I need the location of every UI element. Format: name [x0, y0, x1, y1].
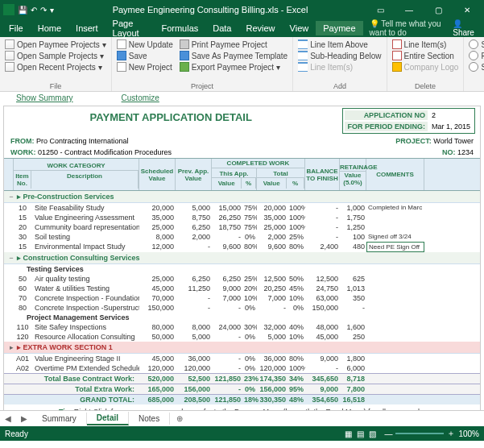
table-row[interactable]: 120Resource Allocation Consulting 50,000…	[4, 332, 480, 342]
title-bar: 💾 ↶ ↷ ▾ Paymee Engineering Consulting Bi…	[0, 0, 484, 19]
add-sub-below[interactable]: Sub-Heading Below	[298, 50, 381, 61]
application-info-box: APPLICATION NO2 FOR PERIOD ENDING:Mar 1,…	[342, 108, 475, 134]
window-title: Paymee Engineering Consulting Billing.xl…	[54, 5, 366, 15]
line-icon	[298, 62, 308, 72]
tab-detail[interactable]: Detail	[87, 412, 129, 425]
tell-me[interactable]: 💡 Tell me what you want to do	[363, 19, 447, 37]
expand-icon[interactable]: −	[7, 254, 15, 262]
ribbon-options-icon[interactable]: ▭	[366, 2, 394, 18]
gear-icon	[469, 39, 478, 49]
total-row: GRAND TOTAL: 685,000208,500 121,85018% 3…	[4, 394, 480, 404]
show-summary-chart[interactable]: Show Summary Chart	[469, 61, 484, 73]
qat-redo-icon[interactable]: ↷	[40, 6, 47, 15]
tab-insert[interactable]: Insert	[68, 21, 105, 35]
table-row[interactable]: 20Cummunity board representation 25,0006…	[4, 222, 480, 232]
total-row: Total Extra Work: 165,000156,000 -0% 156…	[4, 384, 480, 394]
app-no-value: 2	[429, 110, 473, 120]
view-normal-icon[interactable]: ▦	[345, 429, 352, 438]
subsection-header: Testing Services	[4, 264, 480, 274]
tab-notes[interactable]: Notes	[129, 413, 170, 425]
setup-options[interactable]: Setup and Options	[469, 39, 484, 50]
work-value: 01250 - Contract Modification Procedures	[38, 148, 172, 156]
tab-review[interactable]: Review	[239, 21, 283, 35]
tab-paymee[interactable]: Paymee	[316, 21, 362, 35]
section-header[interactable]: −▸ Construction Consulting Services	[4, 252, 480, 264]
tab-home[interactable]: Home	[31, 21, 68, 35]
delete-icon	[392, 51, 402, 60]
project-value: World Tower	[433, 137, 474, 145]
tab-file[interactable]: File	[2, 21, 31, 35]
table-row[interactable]: 70Concrete Inspection - Foundations 70,0…	[4, 293, 480, 303]
status-ready: Ready	[5, 429, 28, 438]
section-header[interactable]: −▸ Pre-Construction Services	[4, 191, 480, 203]
open-sample-projects[interactable]: Open Sample Projects▾	[5, 50, 106, 61]
section-header[interactable]: ▸▸ EXTRA WORK SECTION 1	[4, 342, 480, 354]
save-template[interactable]: Save As Paymee Template	[180, 50, 288, 61]
qat-save-icon[interactable]: 💾	[18, 6, 27, 15]
view-break-icon[interactable]: ▧	[369, 429, 376, 438]
table-row[interactable]: 80Concrete Inspection -Superstructure 15…	[4, 303, 480, 313]
show-summary-link[interactable]: Show Summary	[16, 93, 73, 102]
add-sheet-button[interactable]: ⊕	[170, 414, 189, 423]
export-project[interactable]: Export Paymee Project▾	[180, 61, 288, 73]
group-project-label: Project	[117, 82, 288, 90]
new-project[interactable]: New Project	[117, 61, 173, 73]
del-section[interactable]: Entire Section	[392, 50, 459, 61]
expand-icon[interactable]: ▸	[7, 343, 15, 351]
expand-icon[interactable]: −	[7, 193, 15, 201]
zoom-control[interactable]: ― ＋ 100%	[384, 428, 479, 439]
group-file-label: File	[5, 82, 106, 90]
open-paymee-projects[interactable]: Open Paymee Projects▾	[5, 39, 106, 50]
del-line-items[interactable]: Line Item(s)	[392, 39, 459, 50]
ribbon: Open Paymee Projects▾ Open Sample Projec…	[0, 37, 484, 92]
view-page-icon[interactable]: ▤	[357, 429, 364, 438]
table-row[interactable]: 60Water & utilities Testing 45,00011,250…	[4, 284, 480, 293]
retain-settings[interactable]: Retainage Settings	[469, 50, 484, 61]
period-value: Mar 1, 2015	[429, 122, 473, 131]
print-project[interactable]: Print Paymee Project	[180, 39, 288, 50]
line-icon	[298, 39, 308, 49]
total-row: Total Base Contract Work: 520,00052,500 …	[4, 373, 480, 384]
table-row[interactable]: 15Value Engineering Assessment 35,0008,7…	[4, 213, 480, 222]
del-logo[interactable]: Company Logo	[392, 61, 459, 73]
menu-bar: File Home Insert Page Layout Formulas Da…	[0, 19, 484, 37]
qat-undo-icon[interactable]: ↶	[31, 6, 37, 15]
tab-data[interactable]: Data	[205, 21, 238, 35]
logo-icon	[392, 62, 402, 72]
table-body: −▸ Pre-Construction Services 10Site Feas…	[4, 191, 480, 373]
chart-icon	[469, 62, 478, 72]
table-row[interactable]: A01Value Engineering Stage II 45,00036,0…	[4, 354, 480, 363]
folder-icon	[5, 39, 14, 49]
table-row[interactable]: 30Soil testing 8,0002,000 -0% 2,00025% -…	[4, 232, 480, 242]
table-row[interactable]: 15Environmental Impact Study 12,000- 9,6…	[4, 242, 480, 252]
open-recent-projects[interactable]: Open Recent Projects▾	[5, 61, 106, 73]
table-row[interactable]: 50Air quality testing 25,0006,250 6,2502…	[4, 274, 480, 284]
tab-nav-next[interactable]: ▶	[16, 414, 32, 423]
print-icon	[180, 39, 189, 49]
from-value: Pro Contracting International	[36, 137, 129, 145]
table-row[interactable]: 10Site Feasability Study 20,0005,000 15,…	[4, 203, 480, 213]
group-settings-label: Settings	[469, 82, 484, 90]
sheet-tabs: ◀ ▶ Summary Detail Notes ⊕	[0, 410, 484, 426]
tab-summary[interactable]: Summary	[32, 413, 87, 425]
share-button[interactable]: 👤 Share	[446, 17, 482, 39]
new-icon	[117, 62, 126, 72]
group-add-label: Add	[298, 82, 381, 90]
add-line-above[interactable]: Line Item Above	[298, 39, 381, 50]
close-button[interactable]: ✕	[453, 2, 481, 18]
gear-icon	[469, 51, 478, 60]
tab-nav-prev[interactable]: ◀	[0, 414, 16, 423]
table-row[interactable]: A02Overtime PM Extended Schedule 120,000…	[4, 363, 480, 373]
table-row[interactable]: 110Site Safey Inspections 80,0008,000 24…	[4, 322, 480, 332]
maximize-button[interactable]: ▢	[424, 2, 452, 18]
minimize-button[interactable]: ―	[395, 2, 423, 18]
update-icon	[117, 39, 126, 49]
subsection-header: Project Management Services	[4, 313, 480, 322]
customize-link[interactable]: Customize	[122, 93, 159, 102]
save-project[interactable]: Save	[117, 50, 173, 61]
add-line-items[interactable]: Line Item(s)	[298, 61, 381, 73]
tab-formulas[interactable]: Formulas	[154, 21, 205, 35]
save-icon	[117, 51, 126, 60]
tab-view[interactable]: View	[283, 21, 316, 35]
new-update[interactable]: New Update	[117, 39, 173, 50]
